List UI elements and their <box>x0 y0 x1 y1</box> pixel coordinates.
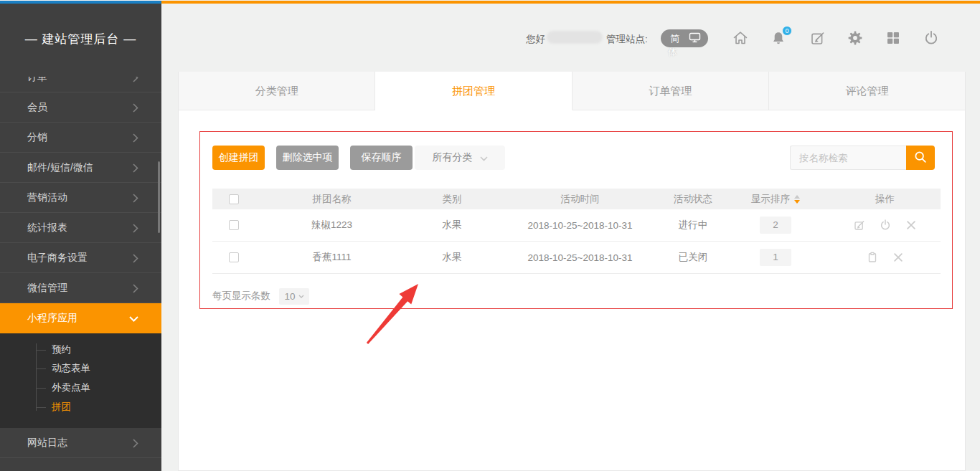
chevron-right-icon <box>133 439 138 448</box>
sidebar-item-mail-sms-wechat[interactable]: 邮件/短信/微信 <box>0 153 161 183</box>
sidebar-item-miniprogram-apps[interactable]: 小程序应用 <box>0 303 161 333</box>
groupbuy-table: 拼团名称 类别 活动时间 活动状态 显示排序 操作 辣椒1223 水果 2018… <box>212 189 941 274</box>
power-toggle-icon[interactable] <box>879 219 892 232</box>
edit-icon[interactable] <box>853 219 866 232</box>
sidebar: — 建站管理后台 — 订单 会员 分销 邮件/短信/微信 营销活动 <box>0 4 161 471</box>
chevron-down-icon <box>129 316 138 322</box>
header-status: 活动状态 <box>664 193 722 206</box>
tab-category-management[interactable]: 分类管理 <box>179 72 375 110</box>
tab-bar: 分类管理 拼团管理 订单管理 评论管理 <box>179 72 965 110</box>
chevron-down-icon <box>480 152 488 163</box>
sidebar-item-orders[interactable]: 订单 <box>0 62 161 92</box>
sort-order-input[interactable]: 1 <box>760 249 791 266</box>
header-actions: 操作 <box>829 193 941 206</box>
admin-backend-page: — 建站管理后台 — 订单 会员 分销 邮件/短信/微信 营销活动 <box>0 0 980 471</box>
notification-badge: 0 <box>782 26 792 36</box>
table-row: 香蕉1111 水果 2018-10-25~2018-10-31 已关闭 1 <box>212 242 941 274</box>
top-strip-orange <box>161 1 980 4</box>
app-title: — 建站管理后台 — <box>0 31 161 47</box>
category-filter-select[interactable]: 所有分类 <box>415 146 505 170</box>
chevron-right-icon <box>133 103 138 113</box>
bell-icon[interactable]: 0 <box>770 29 787 47</box>
delete-selected-button[interactable]: 删除选中项 <box>276 146 339 170</box>
page-size-select[interactable]: 10 <box>279 288 309 305</box>
row-name: 香蕉1111 <box>255 251 408 264</box>
row-time: 2018-10-25~2018-10-31 <box>496 220 664 231</box>
gear-icon[interactable] <box>847 29 864 47</box>
table-header: 拼团名称 类别 活动时间 活动状态 显示排序 操作 <box>212 189 941 209</box>
header-name: 拼团名称 <box>255 193 408 206</box>
sidebar-scrollbar[interactable] <box>158 161 160 233</box>
row-checkbox[interactable] <box>229 220 239 230</box>
tab-groupbuy-management[interactable]: 拼团管理 <box>375 72 572 110</box>
delete-x-icon[interactable] <box>892 251 905 264</box>
row-time: 2018-10-25~2018-10-31 <box>496 252 664 263</box>
copy-clipboard-icon[interactable] <box>866 251 879 264</box>
home-icon[interactable] <box>732 29 749 47</box>
search-bar <box>790 146 935 170</box>
table-row: 辣椒1223 水果 2018-10-25~2018-10-31 进行中 2 <box>212 209 941 242</box>
power-icon[interactable] <box>923 29 940 47</box>
monitor-icon <box>689 32 701 45</box>
page-size-label: 每页显示条数 <box>212 290 270 303</box>
search-button[interactable] <box>906 146 935 170</box>
search-icon <box>913 150 928 166</box>
row-name: 辣椒1223 <box>255 219 408 232</box>
header-category: 类别 <box>408 193 496 206</box>
chevron-right-icon <box>133 163 138 173</box>
sidebar-item-members[interactable]: 会员 <box>0 92 161 123</box>
tab-comment-management[interactable]: 评论管理 <box>769 72 965 110</box>
chevron-right-icon <box>133 133 138 143</box>
tree-line <box>36 343 37 411</box>
language-selector[interactable]: 简 <box>661 29 708 47</box>
sidebar-item-wechat-management[interactable]: 微信管理 <box>0 273 161 303</box>
submenu-item-takeout[interactable]: 外卖点单 <box>52 381 90 395</box>
submenu-item-group-buy[interactable]: 拼团 <box>52 400 71 414</box>
sidebar-item-site-logs[interactable]: 网站日志 <box>0 428 161 458</box>
header-time: 活动时间 <box>496 193 664 206</box>
select-all-checkbox[interactable] <box>229 194 239 204</box>
sort-order-input[interactable]: 2 <box>760 217 791 234</box>
site-label: 管理站点: <box>606 33 648 46</box>
edit-icon[interactable] <box>809 29 826 47</box>
search-input[interactable] <box>790 146 906 170</box>
row-category: 水果 <box>408 219 496 232</box>
row-checkbox[interactable] <box>229 252 239 262</box>
header-sort: 显示排序 <box>722 193 829 206</box>
sidebar-item-ecommerce-settings[interactable]: 电子商务设置 <box>0 243 161 273</box>
submenu-item-dynamic-forms[interactable]: 动态表单 <box>52 361 90 376</box>
sidebar-item-marketing[interactable]: 营销活动 <box>0 183 161 213</box>
save-order-button[interactable]: 保存顺序 <box>350 146 413 170</box>
row-status: 已关闭 <box>664 251 722 264</box>
chevron-right-icon <box>133 73 138 82</box>
language-overflow-text: 体 <box>668 46 677 59</box>
pagination: 每页显示条数 10 <box>212 287 309 305</box>
sidebar-menu: 订单 会员 分销 邮件/短信/微信 营销活动 统计报表 <box>0 62 161 471</box>
chevron-right-icon <box>133 194 138 203</box>
chevron-right-icon <box>133 284 138 293</box>
submenu-item-booking[interactable]: 预约 <box>52 343 71 357</box>
delete-x-icon[interactable] <box>905 219 918 232</box>
language-label: 简 <box>670 32 679 45</box>
annotation-red-box: 创建拼团 删除选中项 保存顺序 所有分类 拼团名称 类别 活动时间 <box>199 131 953 309</box>
sidebar-item-distribution[interactable]: 分销 <box>0 123 161 153</box>
miniprogram-submenu: 预约 动态表单 外卖点单 拼团 <box>0 333 161 428</box>
tab-order-management[interactable]: 订单管理 <box>573 72 769 110</box>
row-status: 进行中 <box>664 219 722 232</box>
chevron-right-icon <box>133 224 138 233</box>
username-redacted <box>547 31 603 44</box>
sort-toggle-icon[interactable] <box>794 195 800 204</box>
row-category: 水果 <box>408 251 496 264</box>
create-groupbuy-button[interactable]: 创建拼团 <box>212 146 265 170</box>
greeting-text: 您好 <box>526 33 545 46</box>
content-panel: 分类管理 拼团管理 订单管理 评论管理 创建拼团 删除选中项 保存顺序 所有分类 <box>178 72 966 471</box>
chevron-down-icon <box>298 295 304 298</box>
apps-grid-icon[interactable] <box>885 29 902 47</box>
sidebar-item-statistics[interactable]: 统计报表 <box>0 213 161 243</box>
chevron-right-icon <box>133 254 138 263</box>
